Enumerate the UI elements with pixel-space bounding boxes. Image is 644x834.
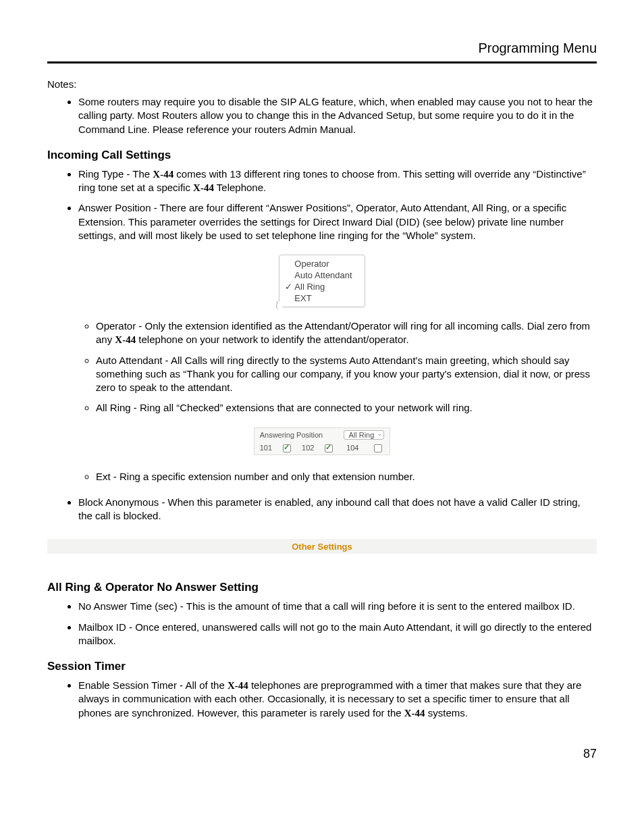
header-title: Programming Menu [478, 41, 597, 55]
operator-text-b: telephone on your network to identify th… [136, 334, 408, 345]
dropdown-figure: Operator Auto Attendant ✓All Ring EXT [47, 255, 597, 307]
mailbox-item: Mailbox ID - Once entered, unanswered ca… [78, 621, 597, 648]
session-heading: Session Timer [47, 660, 597, 673]
all-ring-item: All Ring - Ring all “Checked” extensions… [96, 401, 597, 415]
dropdown-option: Auto Attendant [285, 269, 352, 281]
ext-item: Ext - Ring a specific extension number a… [96, 470, 597, 484]
noanswer-item: No Answer Time (sec) - This is the amoun… [78, 600, 597, 613]
model-text: X-44 [404, 708, 425, 719]
auto-attendant-item: Auto Attendant - All Calls will ring dir… [96, 354, 597, 395]
block-anon-list: Block Anonymous - When this parameter is… [47, 496, 597, 523]
ring-type-text-a: Ring Type - The [78, 168, 153, 180]
notes-item: Some routers may require you to disable … [78, 95, 597, 136]
ext-101-checkbox [277, 442, 296, 454]
dropdown-option-label: Auto Attendant [294, 270, 352, 280]
ext-104-label: 104 [338, 442, 367, 454]
answer-sublist-wrap: Operator - Only the extension identified… [47, 319, 597, 415]
answering-position-table: Answering Position All Ring 101 102 104 [254, 427, 391, 455]
ring-type-text-c: Telephone. [214, 182, 266, 193]
dropdown-option-label: Operator [294, 259, 329, 269]
model-text: X-44 [193, 182, 214, 193]
ext-102-label: 102 [296, 442, 319, 454]
dropdown-option: EXT [285, 292, 352, 304]
other-settings-bar: Other Settings [47, 539, 597, 554]
answer-sublist: Operator - Only the extension identified… [78, 319, 597, 415]
dropdown-option: Operator [285, 258, 352, 269]
notes-list: Some routers may require you to disable … [47, 95, 597, 136]
incoming-list: Ring Type - The X-44 comes with 13 diffe… [47, 167, 597, 242]
notes-label: Notes: [47, 78, 597, 90]
session-text-c: systems. [425, 707, 468, 719]
ext-sublist: Ext - Ring a specific extension number a… [78, 470, 597, 484]
ext-102-checkbox [319, 442, 338, 454]
dropdown-option-label: All Ring [294, 282, 325, 292]
session-text-a: Enable Session Timer - All of the [78, 679, 227, 691]
block-anon-item: Block Anonymous - When this parameter is… [78, 496, 597, 523]
other-settings-label: Other Settings [292, 542, 352, 552]
answer-position-item: Answer Position - There are four differe… [78, 201, 597, 242]
operator-item: Operator - Only the extension identified… [96, 319, 597, 347]
table-figure: Answering Position All Ring 101 102 104 [47, 427, 597, 458]
page-number: 87 [47, 747, 597, 761]
ring-type-item: Ring Type - The X-44 comes with 13 diffe… [78, 167, 597, 195]
ext-sublist-wrap: Ext - Ring a specific extension number a… [47, 470, 597, 484]
ext-104-checkbox [367, 442, 390, 454]
allring-list: No Answer Time (sec) - This is the amoun… [47, 600, 597, 648]
table-header-label: Answering Position [254, 428, 339, 442]
allring-heading: All Ring & Operator No Answer Setting [47, 581, 597, 594]
table-header-select: All Ring [338, 428, 390, 442]
model-text: X-44 [227, 680, 248, 691]
session-item: Enable Session Timer - All of the X-44 t… [78, 679, 597, 720]
session-list: Enable Session Timer - All of the X-44 t… [47, 679, 597, 720]
all-ring-select: All Ring [344, 430, 384, 440]
ext-101-label: 101 [254, 442, 277, 454]
page-header: Programming Menu [47, 41, 597, 63]
model-text: X-44 [153, 169, 173, 180]
incoming-heading: Incoming Call Settings [47, 149, 597, 162]
dropdown-option-label: EXT [294, 293, 311, 303]
dropdown-menu: Operator Auto Attendant ✓All Ring EXT [279, 255, 365, 307]
model-text: X-44 [115, 334, 136, 345]
dropdown-option-selected: ✓All Ring [285, 281, 352, 292]
